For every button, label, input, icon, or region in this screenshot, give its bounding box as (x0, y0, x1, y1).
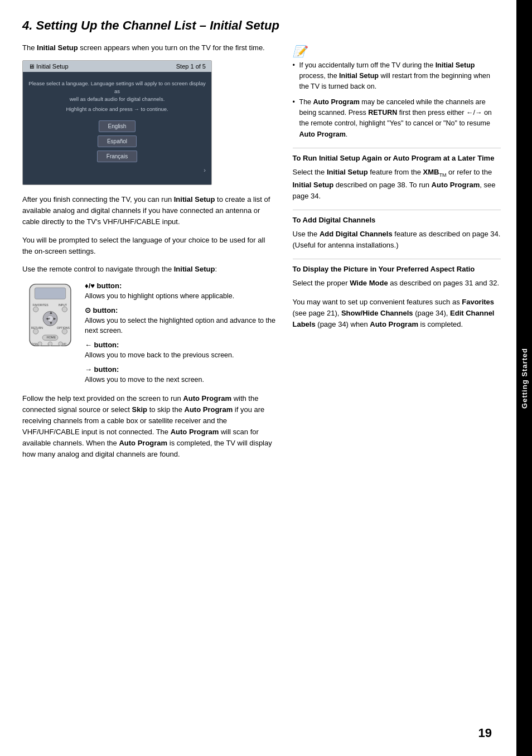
section-1-body: Select the Initial Setup feature from th… (293, 167, 501, 202)
page-number: 19 (478, 726, 492, 740)
up-down-btn-desc: ♦/♥ button: Allows you to highlight opti… (85, 282, 277, 302)
section-1-heading: To Run Initial Setup Again or Auto Progr… (293, 154, 501, 163)
setup-screen-body: Please select a language. Language setti… (23, 72, 211, 185)
svg-point-15 (33, 329, 38, 334)
up-down-btn-text: Allows you to highlight options where ap… (85, 292, 234, 300)
svg-point-5 (62, 307, 67, 312)
svg-text:RETURN: RETURN (31, 326, 43, 329)
back-btn-desc: ← button: Allows you to move back to the… (85, 341, 277, 361)
back-btn-label: ← button: (85, 341, 277, 349)
svg-point-22 (38, 342, 42, 346)
note-box: 📝 If you accidentally turn off the TV du… (293, 45, 501, 140)
forward-btn-text: Allows you to move to the next screen. (85, 376, 204, 384)
svg-text:▼: ▼ (49, 321, 53, 326)
up-down-btn-label: ♦/♥ button: (85, 282, 277, 290)
section-2-heading: To Add Digital Channels (293, 216, 501, 225)
main-content: 4. Setting Up the Channel List – Initial… (0, 0, 516, 756)
section-aspect-ratio: To Display the Picture in Your Preferred… (293, 265, 501, 289)
center-btn-label: ⊙ button: (85, 306, 277, 314)
section-add-digital: To Add Digital Channels Use the Add Digi… (293, 216, 501, 251)
francais-btn[interactable]: Français (97, 151, 137, 162)
center-btn-text: Allows you to select the highlighted opt… (85, 317, 275, 335)
left-column: The Initial Setup screen appears when yo… (22, 42, 277, 467)
section-3-heading: To Display the Picture in Your Preferred… (293, 265, 501, 274)
espanol-btn[interactable]: Español (98, 135, 137, 147)
setup-screen-body-inner: Please select a language. Language setti… (28, 80, 206, 175)
page-title: 4. Setting Up the Channel List – Initial… (22, 18, 501, 33)
svg-point-4 (33, 307, 38, 312)
svg-rect-1 (35, 288, 65, 299)
section-3-body: Select the proper Wide Mode as described… (293, 278, 501, 289)
svg-text:▲: ▲ (49, 310, 53, 315)
auto-program-para: Follow the help text provided on the scr… (22, 393, 277, 461)
language-buttons: English Español Français (28, 119, 206, 163)
setup-screen-step: Step 1 of 5 (176, 63, 206, 70)
two-col-layout: The Initial Setup screen appears when yo… (22, 42, 501, 467)
note-item-1: If you accidentally turn off the TV duri… (293, 60, 501, 93)
svg-text:►: ► (53, 316, 57, 321)
note-icon: 📝 (293, 45, 501, 58)
svg-point-23 (48, 342, 52, 346)
tv-icon: 🖥 (28, 63, 35, 70)
svg-text:FAVORITES: FAVORITES (33, 303, 49, 307)
setup-screen-text: Please select a language. Language setti… (28, 80, 206, 114)
side-tab: Getting Started (516, 0, 532, 756)
favorites-para: You may want to set up convenient featur… (293, 297, 501, 330)
svg-text:HOME: HOME (47, 336, 56, 339)
navigate-para: Use the remote control to navigate throu… (22, 264, 277, 275)
svg-text:INPUT: INPUT (59, 303, 67, 307)
after-connecting-para: After you finish connecting the TV, you … (22, 194, 277, 227)
remote-diagram: FAVORITES INPUT ▲ ▼ ◄ ► (22, 282, 78, 348)
svg-text:⊕: ⊕ (48, 317, 50, 320)
divider-2 (293, 210, 501, 210)
svg-point-24 (59, 342, 62, 346)
language-para: You will be prompted to select the langu… (22, 235, 277, 257)
page-container: 4. Setting Up the Channel List – Initial… (0, 0, 532, 756)
right-column: 📝 If you accidentally turn off the TV du… (293, 42, 501, 467)
section-run-initial-setup: To Run Initial Setup Again or Auto Progr… (293, 154, 501, 202)
intro-paragraph: The Initial Setup screen appears when yo… (22, 42, 277, 54)
divider-1 (293, 148, 501, 148)
setup-screen-header: 🖥 Initial Setup Step 1 of 5 (23, 61, 211, 72)
button-descriptions: ♦/♥ button: Allows you to highlight opti… (85, 282, 277, 390)
english-btn[interactable]: English (99, 120, 136, 132)
screen-arrow: › (28, 166, 206, 175)
note-list: If you accidentally turn off the TV duri… (293, 60, 501, 140)
side-tab-text: Getting Started (520, 348, 529, 409)
setup-screen-title: 🖥 Initial Setup (28, 63, 69, 70)
remote-section: FAVORITES INPUT ▲ ▼ ◄ ► (22, 282, 277, 390)
forward-btn-label: → button: (85, 365, 277, 374)
back-btn-text: Allows you to move back to the previous … (85, 351, 234, 359)
svg-point-16 (62, 329, 67, 334)
forward-btn-desc: → button: Allows you to move to the next… (85, 365, 277, 385)
divider-3 (293, 259, 501, 259)
note-item-2: The Auto Program may be canceled while t… (293, 97, 501, 140)
section-2-body: Use the Add Digital Channels feature as … (293, 229, 501, 251)
center-btn-desc: ⊙ button: Allows you to select the highl… (85, 306, 277, 337)
setup-screen-mockup: 🖥 Initial Setup Step 1 of 5 Please selec… (22, 60, 212, 186)
